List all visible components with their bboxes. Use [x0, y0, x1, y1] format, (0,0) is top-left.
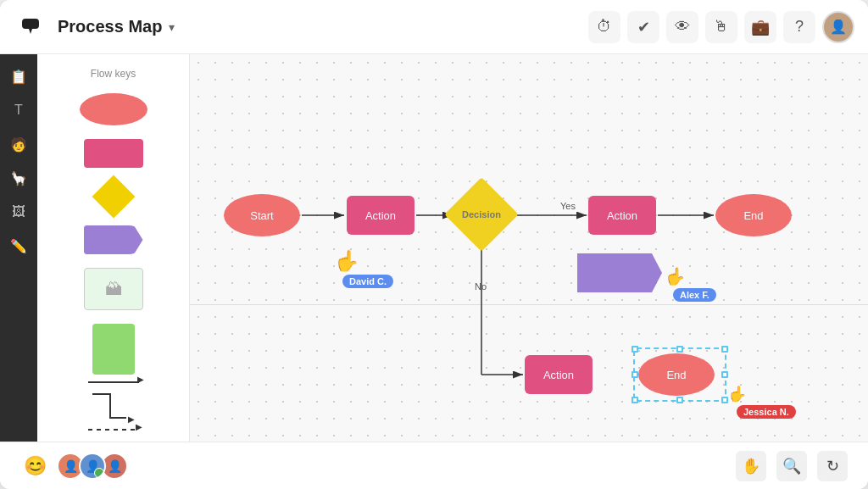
image-icon: 🏔: [105, 280, 122, 299]
cursor-jessica-icon: 👆: [728, 385, 747, 403]
cursor-david-icon: 👆: [334, 249, 359, 273]
person-tool[interactable]: 🧑: [3, 129, 34, 159]
canvas-area[interactable]: Start Action Decision Yes No Action End: [190, 54, 868, 442]
pencil-tool[interactable]: ✏️: [3, 231, 34, 261]
header-left: Process Map ▾: [14, 10, 175, 44]
selection-handle-tl[interactable]: [632, 346, 638, 353]
node-action-3[interactable]: Action: [525, 355, 593, 394]
title-area: Process Map ▾: [58, 17, 175, 36]
flow-keys-title: Flow keys: [47, 68, 179, 80]
avatar1-icon: 👤: [64, 459, 78, 473]
cursor-jessica: 👆 Jessica N.: [728, 385, 796, 419]
selection-handle-br[interactable]: [721, 397, 728, 403]
bottom-right: ✋ 🔍 ↻: [736, 451, 848, 481]
cursor-button[interactable]: 🖱: [705, 11, 737, 43]
selection-handle-tm[interactable]: [676, 346, 683, 353]
cursor-alex: 👆 Alex F.: [665, 266, 716, 302]
bottom-left: 😊 👤 👤 👤: [20, 452, 128, 481]
flow-key-items: 🏔: [47, 93, 179, 375]
app-title: Process Map: [58, 17, 162, 36]
header-right: ⏱ ✔ 👁 🖱 💼 ? 👤: [588, 11, 854, 43]
image-tool[interactable]: 🖼: [3, 197, 34, 227]
flow-key-rectangle[interactable]: [84, 139, 143, 168]
animal-tool[interactable]: 🦙: [3, 163, 34, 193]
cursor-alex-label: Alex F.: [673, 288, 716, 302]
flow-key-green-rect[interactable]: [92, 324, 135, 375]
selection-box: [633, 347, 726, 402]
flow-key-image[interactable]: 🏔: [84, 268, 143, 310]
label-yes: Yes: [560, 201, 576, 211]
help-button[interactable]: ?: [783, 11, 815, 43]
node-decision-text: Decision: [455, 188, 508, 241]
timer-button[interactable]: ⏱: [588, 11, 620, 43]
selection-handle-bm[interactable]: [676, 397, 683, 403]
angled-connector[interactable]: ▶: [92, 393, 135, 419]
hand-tool-button[interactable]: ✋: [736, 451, 766, 481]
search-zoom-button[interactable]: 🔍: [776, 451, 807, 481]
connector-lines: ▶ ▶: [47, 381, 179, 431]
logo: [14, 10, 47, 44]
node-start[interactable]: Start: [224, 194, 300, 236]
node-chevron[interactable]: [577, 253, 662, 292]
dropdown-chevron-icon[interactable]: ▾: [169, 20, 175, 34]
node-end-1[interactable]: End: [715, 194, 792, 236]
avatar-stack: 👤 👤 👤: [57, 453, 128, 480]
cursor-david-label: David C.: [342, 275, 393, 288]
header: Process Map ▾ ⏱ ✔ 👁 🖱 💼 ? 👤: [0, 0, 868, 54]
clipboard-tool[interactable]: 📋: [3, 61, 34, 92]
avatar-badge: [94, 468, 104, 478]
view-button[interactable]: 👁: [666, 11, 698, 43]
node-action-2[interactable]: Action: [588, 196, 656, 235]
node-action-1[interactable]: Action: [347, 196, 415, 235]
bag-button[interactable]: 💼: [744, 11, 776, 43]
selection-handle-bl[interactable]: [632, 397, 638, 403]
selection-handle-ml[interactable]: [632, 371, 638, 378]
avatar3-icon: 👤: [108, 459, 122, 473]
cursor-jessica-label: Jessica N.: [737, 405, 796, 419]
text-tool[interactable]: T: [3, 95, 34, 125]
flow-key-chevron[interactable]: [84, 225, 143, 254]
emoji-button[interactable]: 😊: [20, 452, 50, 481]
sidebar: Flow keys 🏔 ▶ ▶: [37, 54, 190, 442]
selection-handle-tr[interactable]: [721, 346, 728, 353]
left-toolbar: 📋 T 🧑 🦙 🖼 ✏️: [0, 54, 37, 442]
cursor-alex-icon: 👆: [665, 266, 686, 286]
cursor-david: 👆 David C.: [334, 249, 393, 288]
flow-key-ellipse[interactable]: [80, 93, 147, 125]
avatar-stack-user2[interactable]: 👤: [79, 453, 106, 480]
straight-connector[interactable]: [88, 381, 139, 383]
label-no: No: [475, 281, 487, 292]
refresh-button[interactable]: ↻: [817, 451, 848, 481]
app-container: Process Map ▾ ⏱ ✔ 👁 🖱 💼 ? 👤 📋 T 🧑 🦙 🖼 ✏️: [0, 0, 868, 489]
dashed-connector[interactable]: ▶: [88, 429, 139, 431]
bottom-toolbar: 😊 👤 👤 👤 ✋ 🔍 ↻: [0, 442, 868, 489]
flow-key-diamond[interactable]: [92, 175, 135, 219]
main-content: 📋 T 🧑 🦙 🖼 ✏️ Flow keys 🏔: [0, 54, 868, 442]
user-avatar[interactable]: 👤: [822, 11, 854, 43]
selection-handle-mr[interactable]: [721, 371, 728, 378]
check-button[interactable]: ✔: [627, 11, 659, 43]
canvas-divider: [190, 304, 868, 305]
